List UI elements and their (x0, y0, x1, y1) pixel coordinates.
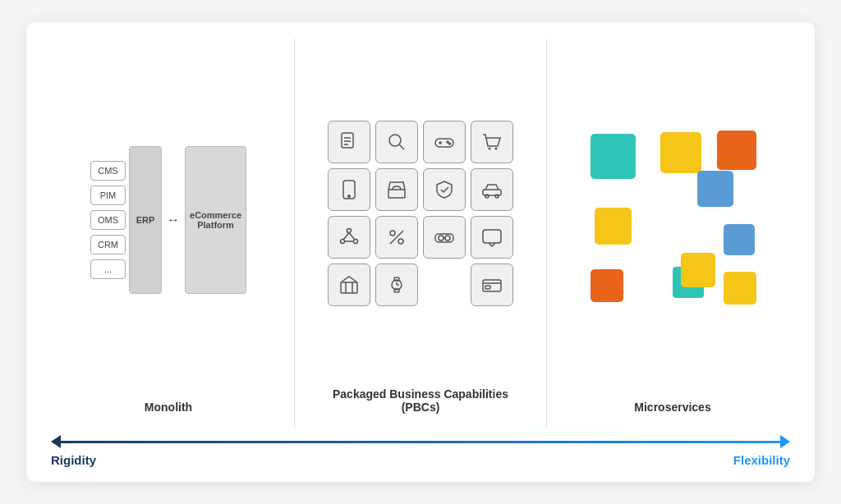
cms-box: CMS (90, 161, 126, 181)
crm-box: CRM (90, 235, 126, 254)
ms-yellow-3 (681, 253, 715, 287)
svg-rect-23 (394, 289, 399, 292)
bidirectional-arrow: ↔ (167, 213, 180, 227)
pbc-icon-network (328, 216, 370, 259)
svg-point-6 (347, 228, 352, 232)
svg-point-29 (447, 141, 448, 143)
svg-point-39 (495, 195, 499, 198)
svg-line-16 (400, 144, 405, 149)
pbc-icon-card (471, 263, 513, 306)
monolith-diagram: CMS PIM OMS CRM ... ERP ↔ eCommerce Plat… (90, 146, 246, 294)
microservices-section: Microservices (547, 39, 798, 428)
svg-rect-40 (483, 230, 501, 243)
pbc-icon-doc (328, 121, 370, 163)
pbc-col-2 (375, 121, 418, 306)
ms-teal-1 (591, 134, 636, 179)
microservices-diagram-area (559, 47, 786, 392)
pbc-label: Packaged Business Capabilities(PBCs) (333, 387, 508, 420)
microservices-diagram (582, 126, 763, 314)
pbc-icon-search (375, 121, 418, 163)
monolith-section: CMS PIM OMS CRM ... ERP ↔ eCommerce Plat… (43, 39, 295, 428)
arrow-left-head (51, 435, 61, 448)
pbc-col-4 (471, 121, 513, 306)
pbc-icon-cart (471, 121, 513, 163)
pbc-icon-shield (423, 168, 466, 211)
arrow-right-head (780, 435, 790, 448)
flexibility-label: Flexibility (733, 453, 790, 467)
pbc-icon-car (471, 168, 513, 211)
pbc-icon-gamepad (423, 121, 466, 163)
svg-point-18 (390, 231, 395, 236)
pbc-diagram-area (307, 47, 534, 379)
pbc-icon-box (328, 263, 370, 306)
pbc-icon-store (375, 168, 418, 211)
svg-point-38 (485, 195, 489, 198)
pbc-section: Packaged Business Capabilities(PBCs) (295, 39, 547, 428)
svg-line-10 (349, 232, 355, 240)
svg-point-5 (348, 195, 350, 196)
svg-rect-22 (394, 277, 399, 281)
arrow-row (43, 428, 798, 451)
ms-orange-2 (591, 269, 623, 302)
svg-rect-12 (341, 282, 357, 293)
arrow-labels-row: Rigidity Flexibility (43, 451, 798, 474)
microservices-label: Microservices (634, 401, 710, 420)
svg-point-33 (445, 236, 450, 241)
pim-box: PIM (90, 186, 126, 205)
svg-point-32 (439, 236, 443, 241)
pbc-col-3 (423, 121, 466, 259)
pbc-col-1 (328, 121, 370, 306)
svg-line-20 (390, 231, 403, 244)
svg-point-30 (449, 143, 451, 144)
ms-yellow-4 (724, 272, 756, 305)
ms-yellow-2 (595, 208, 632, 245)
svg-rect-0 (342, 133, 353, 148)
left-boxes-col: CMS PIM OMS CRM ... (90, 161, 126, 279)
svg-point-36 (495, 147, 498, 149)
pbc-icon-percent (375, 216, 418, 259)
svg-rect-43 (485, 286, 490, 289)
oms-box: OMS (90, 210, 126, 230)
svg-point-35 (489, 147, 491, 149)
ms-blue-2 (724, 224, 755, 255)
dots-box: ... (90, 259, 126, 279)
erp-box: ERP (129, 146, 162, 294)
pbc-icon-phone (328, 168, 370, 211)
rigidity-label: Rigidity (51, 453, 96, 467)
pbc-diagram (328, 121, 513, 306)
ms-orange-1 (717, 131, 756, 170)
diagrams-row: CMS PIM OMS CRM ... ERP ↔ eCommerce Plat… (43, 39, 798, 428)
pbc-icon-chat (471, 216, 513, 259)
monolith-diagram-area: CMS PIM OMS CRM ... ERP ↔ eCommerce Plat… (55, 47, 282, 392)
pbc-icon-watch (375, 263, 418, 306)
ms-blue-1 (697, 171, 733, 207)
svg-point-19 (398, 239, 403, 244)
pbc-icon-vr (423, 216, 466, 259)
svg-point-15 (389, 135, 401, 146)
svg-line-9 (343, 232, 349, 240)
ms-yellow-1 (660, 132, 701, 173)
monolith-label: Monolith (145, 401, 192, 420)
main-container: CMS PIM OMS CRM ... ERP ↔ eCommerce Plat… (26, 22, 815, 482)
svg-rect-17 (388, 190, 405, 198)
arrow-line (61, 441, 780, 443)
ecommerce-box: eCommerce Platform (185, 146, 246, 294)
